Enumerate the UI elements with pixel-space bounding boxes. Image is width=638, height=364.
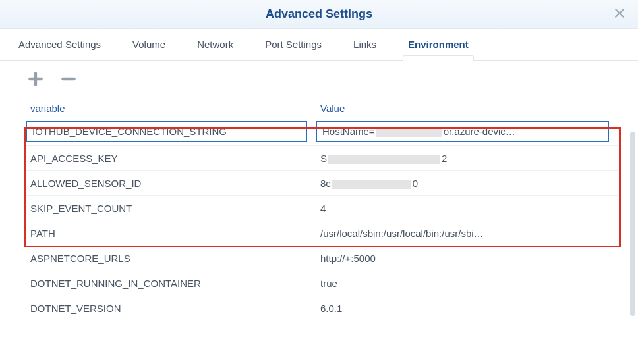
table-row[interactable]: DOTNET_RUNNING_IN_CONTAINER true — [26, 271, 618, 296]
variable-cell: DOTNET_VERSION — [30, 303, 320, 314]
variable-cell: PATH — [30, 228, 320, 239]
remove-variable-button[interactable] — [59, 70, 78, 88]
add-variable-button[interactable] — [26, 70, 45, 88]
scrollbar[interactable] — [630, 132, 635, 342]
value-cell: S2 — [320, 153, 614, 164]
scrollbar-thumb[interactable] — [630, 132, 635, 316]
tab-label: Port Settings — [265, 39, 322, 50]
table-row[interactable]: API_ACCESS_KEY S2 — [26, 145, 618, 170]
value-cell: http://+:5000 — [320, 253, 614, 264]
table-row[interactable]: SKIP_EVENT_COUNT 4 — [26, 195, 618, 221]
value-cell: 6.0.1 — [320, 303, 614, 314]
tab-port-settings[interactable]: Port Settings — [265, 29, 322, 61]
table-row[interactable]: ASPNETCORE_URLS http://+:5000 — [26, 246, 618, 271]
variable-cell: ALLOWED_SENSOR_ID — [30, 178, 320, 189]
tab-links[interactable]: Links — [353, 29, 376, 61]
tab-volume[interactable]: Volume — [132, 29, 165, 61]
variable-cell: DOTNET_RUNNING_IN_CONTAINER — [30, 278, 320, 289]
tab-label: Network — [197, 39, 233, 50]
col-header-variable[interactable]: variable — [30, 103, 320, 114]
tab-label: Advanced Settings — [18, 39, 101, 50]
tab-label: Links — [353, 39, 376, 50]
tab-label: Environment — [408, 39, 469, 50]
tabs-bar: Advanced Settings Volume Network Port Se… — [0, 29, 638, 61]
tab-advanced-settings[interactable]: Advanced Settings — [18, 29, 101, 61]
value-cell: 4 — [320, 203, 614, 214]
variable-cell: SKIP_EVENT_COUNT — [30, 203, 320, 214]
value-input[interactable]: HostName=or.azure-devic… — [316, 121, 609, 142]
tab-network[interactable]: Network — [197, 29, 233, 61]
tab-environment[interactable]: Environment — [408, 29, 469, 61]
table-row[interactable]: ALLOWED_SENSOR_ID 8c0 — [26, 170, 618, 195]
col-header-value[interactable]: Value — [320, 103, 614, 114]
table-row[interactable]: DOTNET_VERSION 6.0.1 — [26, 296, 618, 321]
table-header: variable Value — [26, 92, 618, 117]
table-row[interactable]: PATH /usr/local/sbin:/usr/local/bin:/usr… — [26, 221, 618, 246]
env-toolbar — [0, 61, 638, 92]
variable-cell: API_ACCESS_KEY — [30, 153, 320, 164]
env-table: variable Value HostName=or.azure-devic… … — [0, 92, 638, 321]
variable-input[interactable] — [26, 121, 307, 142]
value-cell: true — [320, 278, 614, 289]
variable-cell: ASPNETCORE_URLS — [30, 253, 320, 264]
tab-label: Volume — [132, 39, 165, 50]
value-cell: /usr/local/sbin:/usr/local/bin:/usr/sbi… — [320, 228, 614, 239]
value-cell: 8c0 — [320, 178, 614, 189]
dialog-header: Advanced Settings — [0, 0, 638, 29]
table-body: HostName=or.azure-devic… API_ACCESS_KEY … — [26, 117, 618, 321]
table-row[interactable]: HostName=or.azure-devic… — [26, 117, 618, 145]
close-icon[interactable] — [613, 7, 626, 20]
dialog-title: Advanced Settings — [266, 7, 372, 21]
